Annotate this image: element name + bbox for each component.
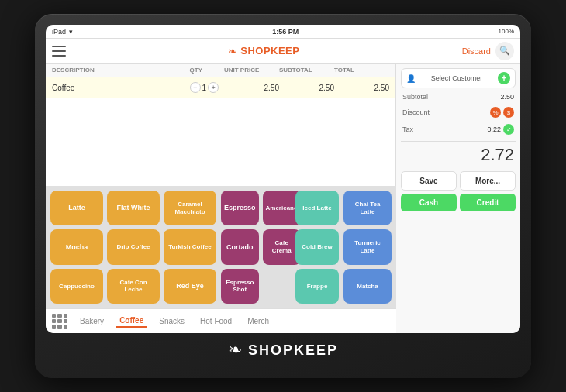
qty-control: − 1 + (190, 82, 224, 93)
tax-row: Tax 0.22 ✓ (401, 122, 516, 136)
tab-merch[interactable]: Merch (244, 315, 272, 327)
wifi-icon: ▾ (69, 28, 73, 36)
tax-label: Tax (402, 126, 413, 133)
customer-icon: 👤 (406, 74, 416, 83)
menu-icon[interactable] (52, 46, 66, 57)
tab-bar: Bakery Coffee Snacks Hot Food Merch (46, 308, 396, 333)
product-turmeric-latte[interactable]: Turmeric Latte (343, 229, 392, 264)
header-unit-price: UNIT PRICE (224, 67, 279, 74)
device-name: iPad (52, 28, 66, 36)
shopkeep-logo-text: SHOPKEEP (240, 45, 299, 57)
order-items-list: Coffee − 1 + 2.50 2.50 2.50 (46, 77, 395, 186)
device-frame: iPad ▾ 1:56 PM 100% ❧ SHOPKEEP Discard 🔍 (35, 14, 531, 378)
grid-view-button[interactable] (52, 314, 67, 329)
header-qty: QTY (190, 67, 224, 74)
subtotal-label: Subtotal (402, 93, 428, 101)
brand-bar: ❧ SHOPKEEP (228, 333, 338, 367)
subtotal-value: 2.50 (500, 93, 514, 101)
discount-row: Discount % $ (401, 105, 516, 119)
product-espresso[interactable]: Espresso (221, 191, 259, 225)
discount-label: Discount (402, 108, 430, 116)
search-icon: 🔍 (499, 46, 510, 56)
tab-hot-food[interactable]: Hot Food (197, 315, 235, 327)
select-customer-button[interactable]: 👤 Select Customer + (401, 68, 516, 88)
discount-percent-icon[interactable]: % (490, 107, 501, 118)
add-customer-button[interactable]: + (498, 72, 510, 84)
far-right-products-grid: Chai Tea Latte Turmeric Latte Matcha (343, 186, 396, 308)
discount-icons: % $ (490, 107, 514, 118)
battery-status: 100% (499, 28, 514, 35)
table-row: Coffee − 1 + 2.50 2.50 2.50 (46, 77, 395, 98)
shopkeep-logo-icon: ❧ (228, 45, 237, 57)
search-button[interactable]: 🔍 (495, 42, 514, 60)
tab-coffee[interactable]: Coffee (116, 315, 147, 328)
subtotal-row: Subtotal 2.50 (401, 91, 516, 102)
total-value: 2.72 (481, 145, 514, 165)
product-cold-brew[interactable]: Cold Brew (295, 229, 339, 264)
payment-row: Cash Credit (401, 194, 516, 211)
product-mocha[interactable]: Mocha (50, 229, 103, 264)
item-subtotal: 2.50 (279, 84, 334, 92)
product-cafe-con-leche[interactable]: Cafe Con Leche (107, 269, 160, 304)
product-iced-latte[interactable]: Iced Latte (295, 191, 339, 225)
product-cappuccino[interactable]: Cappuccino (50, 269, 103, 304)
select-customer-label: Select Customer (431, 74, 483, 82)
tab-bakery[interactable]: Bakery (77, 315, 107, 327)
screen-bezel: iPad ▾ 1:56 PM 100% ❧ SHOPKEEP Discard 🔍 (46, 25, 520, 333)
credit-button[interactable]: Credit (460, 194, 516, 211)
product-red-eye[interactable]: Red Eye (164, 269, 216, 304)
products-area: Latte Flat White Caramel Macchiato Mocha… (46, 186, 396, 308)
ipad-screen: iPad ▾ 1:56 PM 100% ❧ SHOPKEEP Discard 🔍 (46, 25, 520, 333)
nav-bar: ❧ SHOPKEEP Discard 🔍 (46, 39, 520, 64)
qty-decrease-button[interactable]: − (190, 82, 201, 93)
shopkeep-brand-text: SHOPKEEP (248, 342, 338, 359)
order-table-header: DESCRIPTION QTY UNIT PRICE SUBTOTAL TOTA… (46, 64, 395, 77)
qty-increase-button[interactable]: + (208, 82, 219, 93)
order-panel: DESCRIPTION QTY UNIT PRICE SUBTOTAL TOTA… (46, 64, 396, 186)
save-button[interactable]: Save (401, 171, 457, 191)
cash-button[interactable]: Cash (401, 194, 457, 211)
product-drip-coffee[interactable]: Drip Coffee (107, 229, 160, 264)
tax-icon: ✓ (503, 124, 514, 135)
middle-products-grid: Espresso Americano Cortado Cafe Crema Es… (221, 186, 291, 308)
status-bar: iPad ▾ 1:56 PM 100% (46, 25, 520, 39)
product-caramel-macchiato[interactable]: Caramel Macchiato (164, 191, 216, 225)
product-chai-tea-latte[interactable]: Chai Tea Latte (343, 191, 392, 225)
header-description: DESCRIPTION (52, 67, 190, 74)
left-products-grid: Latte Flat White Caramel Macchiato Mocha… (46, 186, 221, 308)
item-qty: 1 (202, 84, 207, 92)
right-products-grid: Iced Latte Cold Brew Frappe (291, 186, 343, 308)
main-content: DESCRIPTION QTY UNIT PRICE SUBTOTAL TOTA… (46, 64, 520, 333)
product-latte[interactable]: Latte (50, 191, 103, 225)
product-matcha[interactable]: Matcha (343, 269, 392, 304)
tab-snacks[interactable]: Snacks (156, 315, 188, 327)
left-panel: DESCRIPTION QTY UNIT PRICE SUBTOTAL TOTA… (46, 64, 396, 333)
product-espresso-shot[interactable]: Espresso Shot (221, 269, 259, 304)
discard-button[interactable]: Discard (462, 46, 491, 56)
more-button[interactable]: More... (460, 171, 516, 191)
header-total: TOTAL (334, 67, 389, 74)
shopkeep-brand-icon: ❧ (228, 340, 242, 360)
product-turkish-coffee[interactable]: Turkish Coffee (164, 229, 216, 264)
product-flat-white[interactable]: Flat White (107, 191, 160, 225)
status-time: 1:56 PM (272, 28, 299, 36)
product-cortado[interactable]: Cortado (221, 229, 259, 264)
discount-tag-icon[interactable]: $ (503, 107, 514, 118)
status-left: iPad ▾ (52, 28, 73, 36)
tax-value: 0.22 (487, 126, 501, 133)
save-more-row: Save More... (401, 171, 516, 191)
item-unit-price: 2.50 (224, 84, 279, 92)
total-row: 2.72 (401, 141, 516, 168)
tax-value-area: 0.22 ✓ (487, 124, 514, 135)
item-description: Coffee (52, 84, 190, 92)
checkout-panel: 👤 Select Customer + Subtotal 2.50 Discou… (396, 64, 520, 333)
product-frappe[interactable]: Frappe (295, 269, 339, 304)
nav-logo: ❧ SHOPKEEP (71, 45, 457, 57)
header-subtotal: SUBTOTAL (279, 67, 334, 74)
item-total: 2.50 (334, 84, 389, 92)
